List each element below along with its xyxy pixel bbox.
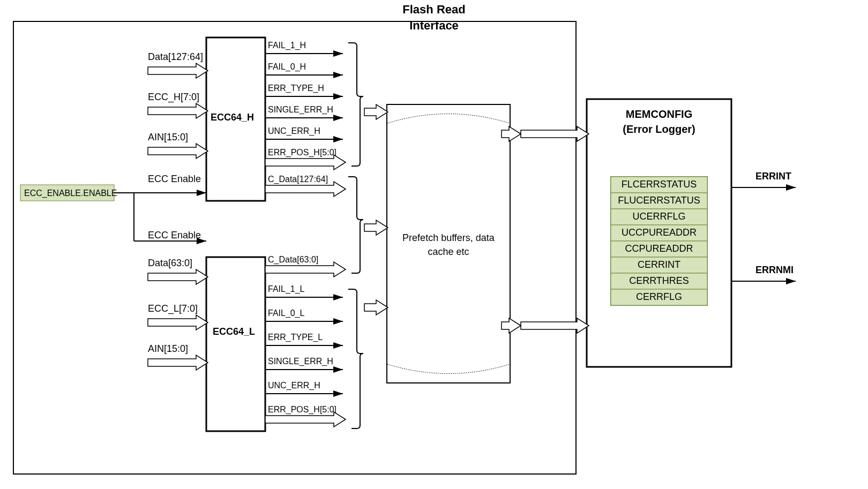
ecc64-h-label: ECC64_H (211, 112, 254, 123)
svg-text:FAIL_1_L: FAIL_1_L (268, 284, 305, 294)
svg-text:ECC_H[7:0]: ECC_H[7:0] (148, 92, 199, 103)
svg-text:C_Data[63:0]: C_Data[63:0] (268, 255, 318, 265)
ecc-enable-register-label: ECC_ENABLE.ENABLE (24, 189, 117, 198)
prefetch-line1: Prefetch buffers, data (402, 232, 495, 243)
memconfig-regs: FLCERRSTATUSFLUCERRSTATUSUCERRFLGUCCPURE… (611, 177, 707, 305)
prefetch-box (387, 104, 510, 383)
svg-text:AIN[15:0]: AIN[15:0] (148, 132, 188, 142)
memconfig-reg-label: FLCERRSTATUS (622, 179, 697, 190)
memconfig-reg-label: CERRTHRES (629, 275, 689, 286)
title-line2: Interface (409, 19, 459, 32)
svg-text:SINGLE_ERR_H: SINGLE_ERR_H (268, 105, 333, 115)
title-line1: Flash Read (402, 3, 465, 16)
errnmi-label: ERRNMI (755, 265, 794, 275)
svg-text:FAIL_0_L: FAIL_0_L (268, 309, 305, 318)
memconfig-reg-label: CERRFLG (636, 291, 682, 302)
svg-text:ECC_L[7:0]: ECC_L[7:0] (148, 303, 198, 314)
memconfig-reg-label: UCCPUREADDR (622, 227, 697, 238)
svg-text:FAIL_1_H: FAIL_1_H (268, 41, 306, 50)
memconfig-title1: MEMCONFIG (626, 108, 692, 120)
svg-text:AIN[15:0]: AIN[15:0] (148, 343, 188, 354)
svg-text:UNC_ERR_H: UNC_ERR_H (268, 381, 320, 390)
memconfig-reg-label: CCPUREADDR (625, 243, 693, 254)
errint-label: ERRINT (755, 171, 791, 182)
memconfig-reg-label: CERRINT (638, 259, 680, 270)
svg-text:ERR_POS_H[5:0]: ERR_POS_H[5:0] (268, 148, 336, 157)
ecc-enable-h-label: ECC Enable (148, 174, 201, 184)
svg-text:Data[63:0]: Data[63:0] (148, 258, 192, 268)
svg-text:Data[127:64]: Data[127:64] (148, 51, 203, 62)
ecc64-l-label: ECC64_L (213, 326, 255, 337)
svg-text:ERR_TYPE_H: ERR_TYPE_H (268, 84, 324, 93)
svg-text:ERR_TYPE_L: ERR_TYPE_L (268, 333, 323, 342)
svg-text:SINGLE_ERR_H: SINGLE_ERR_H (268, 357, 333, 366)
memconfig-title2: (Error Logger) (623, 123, 695, 135)
svg-text:UNC_ERR_H: UNC_ERR_H (268, 126, 320, 136)
prefetch-line2: cache etc (428, 246, 469, 257)
ecc-enable-l-label: ECC Enable (148, 230, 201, 240)
svg-text:C_Data[127:64]: C_Data[127:64] (268, 175, 328, 184)
memconfig-reg-label: UCERRFLG (632, 211, 685, 222)
svg-text:FAIL_0_H: FAIL_0_H (268, 62, 306, 72)
ecc64-l-block (206, 257, 265, 431)
svg-text:ERR_POS_H[5:0]: ERR_POS_H[5:0] (268, 405, 336, 415)
memconfig-reg-label: FLUCERRSTATUS (618, 195, 700, 206)
